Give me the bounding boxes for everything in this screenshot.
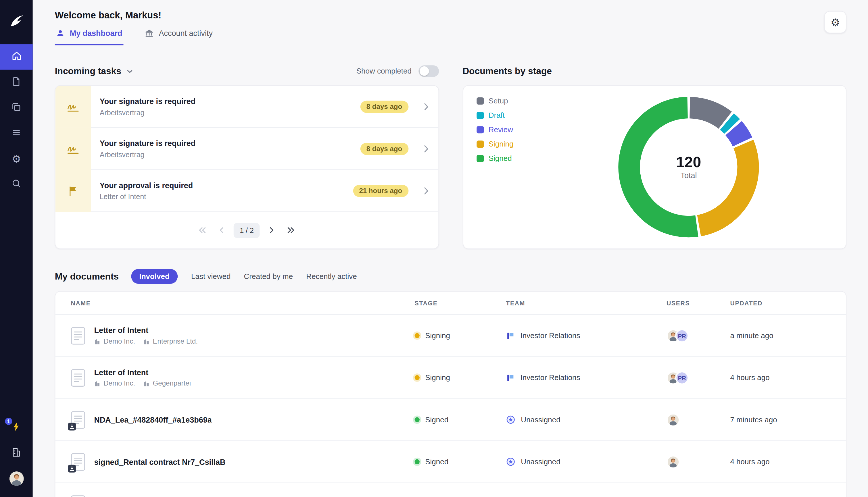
document-icon (71, 327, 85, 344)
stage-dot-icon (415, 417, 420, 422)
task-row[interactable]: Your signature is required Arbeitsvertra… (55, 128, 438, 170)
task-row[interactable]: Your approval is required Letter of Inte… (55, 170, 438, 212)
task-document-name: Letter of Intent (100, 193, 353, 201)
signed-file-badge-icon (68, 465, 76, 472)
show-completed-toggle[interactable] (418, 65, 438, 76)
task-age-badge: 8 days ago (361, 143, 408, 155)
party-name: Demo Inc. (103, 338, 135, 345)
legend-item[interactable]: Signed (476, 154, 513, 162)
legend-item[interactable]: Draft (476, 111, 513, 119)
sidebar-item-organization[interactable] (0, 440, 33, 466)
user-avatar (667, 455, 680, 468)
app-logo[interactable] (0, 0, 33, 44)
task-list: Your signature is required Arbeitsvertra… (55, 86, 438, 212)
stage-dot-icon (415, 333, 420, 338)
team-cell: Investor Relations (506, 373, 667, 382)
stage-cell: Signed (415, 415, 506, 424)
building-icon (11, 447, 22, 459)
chevron-right-icon (414, 187, 438, 195)
app-window: 1 Welcome back, Markus! My dashboard (0, 0, 868, 497)
sidebar-item-notifications[interactable]: 1 (0, 415, 33, 441)
legend-swatch (476, 97, 484, 104)
table-row[interactable]: signed_Rental contract Nr7_CsillaB Signe… (55, 441, 846, 483)
tab-account-activity[interactable]: Account activity (143, 28, 214, 45)
updated-label: 4 hours ago (730, 458, 832, 466)
users-cell[interactable] (667, 455, 730, 468)
team-icon (506, 373, 515, 382)
users-cell[interactable]: PR (667, 371, 730, 384)
pagination-last-button[interactable] (284, 222, 299, 239)
gear-icon (12, 153, 21, 165)
legend-swatch (476, 112, 484, 119)
chevron-right-icon (414, 103, 438, 111)
task-texts: Your signature is required Arbeitsvertra… (91, 139, 361, 159)
legend-swatch (476, 141, 484, 148)
sidebar-item-home[interactable] (0, 44, 33, 70)
documents-table: NAME STAGE TEAM USERS UPDATED (55, 291, 846, 497)
table-row[interactable]: Letter of Intent Demo Inc. (55, 357, 846, 399)
dashboard-row: Incoming tasks Show completed (55, 63, 846, 249)
pagination-prev-button[interactable] (216, 222, 227, 239)
users-cell[interactable]: PR (667, 329, 730, 342)
party: Demo Inc. (94, 380, 135, 387)
my-documents-section: My documents Involved Last viewed Create… (55, 249, 846, 497)
team-label: Unassigned (521, 415, 560, 424)
team-label: Unassigned (521, 458, 560, 466)
legend-item[interactable]: Review (476, 126, 513, 134)
legend-label: Signing (489, 140, 514, 148)
task-age-badge: 8 days ago (361, 101, 408, 113)
task-row[interactable]: Your signature is required Arbeitsvertra… (55, 86, 438, 128)
incoming-tasks-title[interactable]: Incoming tasks (55, 66, 133, 76)
filter-button[interactable]: Last viewed (191, 269, 230, 284)
chart-title: Documents by stage (462, 66, 552, 76)
incoming-tasks-section: Incoming tasks Show completed (55, 63, 439, 249)
filter-button[interactable]: Involved (131, 269, 178, 284)
sidebar-user-menu[interactable] (0, 466, 33, 492)
table-header: NAME STAGE TEAM USERS UPDATED (55, 292, 846, 315)
company-icon (94, 338, 100, 344)
sidebar-item-search[interactable] (0, 171, 33, 197)
company-icon (143, 338, 150, 344)
table-row[interactable]: Letter of Intent Demo Inc. (55, 315, 846, 357)
table-row[interactable]: 220607_Contract_T20_SIGNED_#4e3ff3a8 Sig… (55, 483, 846, 497)
team-icon (506, 331, 515, 340)
tab-my-dashboard[interactable]: My dashboard (55, 28, 124, 45)
document-icon (71, 411, 85, 429)
toggle-knob (419, 66, 429, 75)
settings-button[interactable] (824, 11, 846, 33)
sidebar: 1 (0, 0, 33, 497)
pagination-page-indicator: 1 / 2 (234, 223, 260, 238)
team-cell: Investor Relations (506, 331, 667, 340)
sidebar-item-records[interactable] (0, 120, 33, 146)
document-name: Letter of Intent (94, 368, 191, 377)
document-name-cell: Letter of Intent Demo Inc. (71, 326, 415, 345)
document-icon (71, 495, 85, 497)
task-icon-cell (55, 86, 91, 128)
tasks-pagination: 1 / 2 (55, 212, 438, 249)
sidebar-item-templates[interactable] (0, 95, 33, 120)
stage-label: Signing (425, 373, 450, 382)
table-row[interactable]: NDA_Lea_#482840ff_#a1e3b69a Signed (55, 399, 846, 441)
updated-label: 4 hours ago (730, 373, 832, 382)
building-icon (144, 28, 154, 38)
legend-item[interactable]: Signing (476, 140, 513, 148)
users-cell[interactable] (667, 413, 730, 426)
sidebar-item-automations[interactable] (0, 146, 33, 171)
sidebar-item-documents[interactable] (0, 70, 33, 95)
task-title: Your signature is required (100, 139, 361, 148)
stage-cell: Signing (415, 331, 506, 340)
legend-item[interactable]: Setup (476, 97, 513, 105)
task-texts: Your signature is required Arbeitsvertra… (91, 97, 361, 117)
team-cell: Unassigned (506, 457, 667, 467)
copy-icon (11, 101, 22, 114)
task-document-name: Arbeitsvertrag (100, 108, 361, 117)
chevron-left-icon (219, 226, 224, 236)
party-name: Enterprise Ltd. (153, 338, 198, 345)
tasks-card: Your signature is required Arbeitsvertra… (55, 85, 439, 249)
filter-button[interactable]: Recently active (306, 269, 357, 284)
pagination-first-button[interactable] (195, 222, 209, 239)
column-header-stage: STAGE (415, 300, 506, 306)
filter-button[interactable]: Created by me (244, 269, 293, 284)
column-header-name: NAME (71, 300, 415, 306)
pagination-next-button[interactable] (266, 222, 278, 239)
